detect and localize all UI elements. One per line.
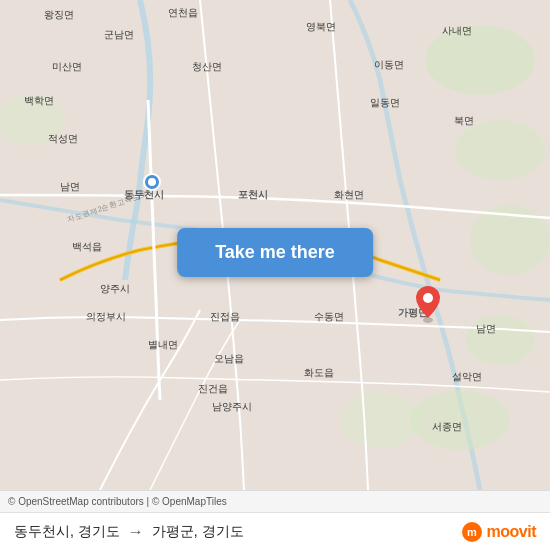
take-me-there-button[interactable]: Take me there: [177, 228, 373, 277]
svg-text:진건읍: 진건읍: [198, 383, 228, 394]
svg-text:남면: 남면: [60, 181, 80, 192]
svg-text:이동면: 이동면: [374, 59, 404, 70]
svg-text:연천읍: 연천읍: [168, 7, 198, 18]
svg-text:군남면: 군남면: [104, 29, 134, 40]
attribution-bar: © OpenStreetMap contributors | © OpenMap…: [0, 490, 550, 512]
svg-text:서종면: 서종면: [432, 421, 462, 432]
svg-text:남면: 남면: [476, 323, 496, 334]
svg-text:진접읍: 진접읍: [210, 311, 240, 322]
moovit-logo: m moovit: [461, 521, 536, 543]
svg-text:적성면: 적성면: [48, 133, 78, 144]
svg-text:왕징면: 왕징면: [44, 9, 74, 20]
route-arrow-icon: →: [128, 523, 144, 541]
svg-text:동두천시: 동두천시: [124, 189, 164, 200]
svg-text:북면: 북면: [454, 115, 474, 126]
route-origin: 동두천시, 경기도: [14, 523, 120, 541]
svg-text:수동면: 수동면: [314, 311, 344, 322]
svg-text:백석읍: 백석읍: [72, 241, 102, 252]
svg-point-2: [455, 120, 545, 180]
svg-text:청산면: 청산면: [192, 61, 222, 72]
svg-text:남양주시: 남양주시: [212, 401, 252, 412]
route-info: 동두천시, 경기도 → 가평군, 경기도: [14, 523, 244, 541]
svg-point-5: [410, 390, 510, 450]
svg-text:사내면: 사내면: [442, 25, 472, 36]
map-container: 자도권제2순환고속도로 왕징면 연천읍 영북면 사내면 군남면 이동면 미산면 …: [0, 0, 550, 490]
svg-point-42: [148, 178, 156, 186]
svg-text:영북면: 영북면: [306, 21, 336, 32]
svg-text:별내면: 별내면: [148, 339, 178, 350]
svg-text:백학면: 백학면: [24, 95, 54, 106]
svg-text:포천시: 포천시: [238, 189, 268, 200]
svg-text:m: m: [467, 526, 477, 538]
svg-text:오남읍: 오남읍: [214, 353, 244, 364]
svg-text:의정부시: 의정부시: [86, 311, 126, 322]
svg-text:화현면: 화현면: [334, 189, 364, 200]
svg-text:일동면: 일동면: [370, 97, 400, 108]
svg-text:미산면: 미산면: [52, 61, 82, 72]
attribution-text: © OpenStreetMap contributors | © OpenMap…: [8, 496, 227, 507]
moovit-brand-name: moovit: [487, 523, 536, 541]
svg-text:화도읍: 화도읍: [304, 367, 334, 378]
svg-point-44: [423, 293, 433, 303]
moovit-icon: m: [461, 521, 483, 543]
svg-text:양주시: 양주시: [100, 283, 130, 294]
bottom-bar: 동두천시, 경기도 → 가평군, 경기도 m moovit: [0, 512, 550, 550]
route-destination: 가평군, 경기도: [152, 523, 244, 541]
svg-text:설악면: 설악면: [452, 371, 482, 382]
svg-point-7: [340, 392, 420, 448]
